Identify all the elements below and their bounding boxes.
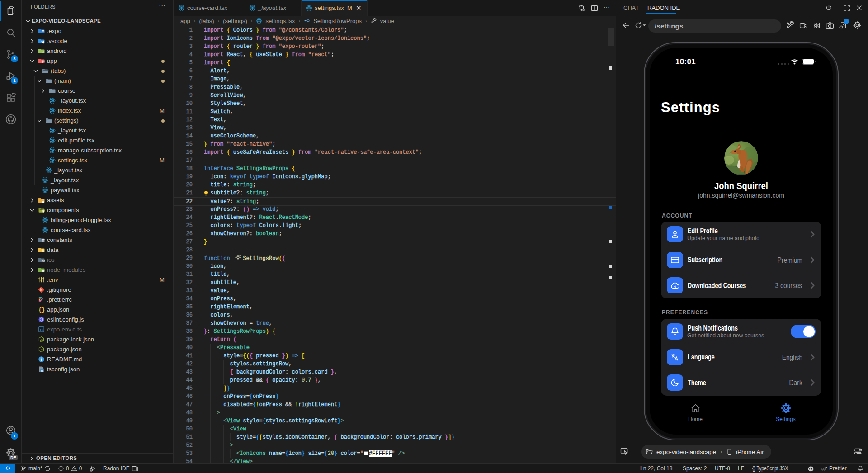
- svg-text:JS: JS: [40, 338, 43, 341]
- svg-text:TS: TS: [41, 369, 44, 372]
- svg-text:iOS: iOS: [42, 260, 45, 263]
- svg-text:TS: TS: [40, 328, 44, 331]
- svg-text:{}: {}: [38, 307, 45, 313]
- svg-text:JS: JS: [40, 348, 43, 351]
